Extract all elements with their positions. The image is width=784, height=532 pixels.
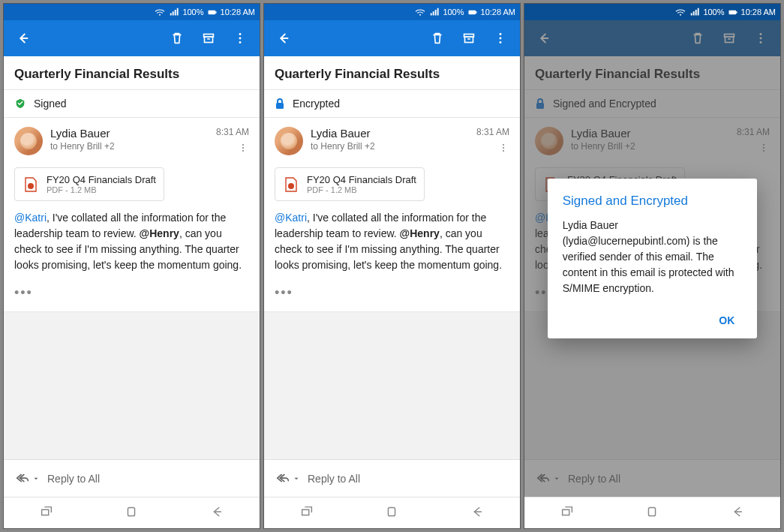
nav-recent-button[interactable] [39, 504, 54, 522]
battery-icon [728, 8, 738, 17]
reply-label: Reply to All [568, 473, 620, 485]
dialog-ok-button[interactable]: OK [711, 310, 742, 331]
wifi-icon [674, 8, 686, 17]
archive-button[interactable] [455, 25, 482, 52]
message-time: 8:31 AM [476, 127, 509, 137]
mention[interactable]: @Henry [140, 227, 179, 239]
message-header: Lydia Bauer to Henry Brill +2 8:31 AM [524, 118, 780, 163]
mention[interactable]: @Henry [400, 227, 440, 239]
trash-icon [169, 30, 185, 47]
wifi-icon [154, 8, 166, 17]
overflow-button[interactable] [487, 25, 514, 52]
screen-signed: 100% 10:28 AM Quarterly Financial Result… [3, 3, 260, 529]
smime-dialog: Signed and Encrypted Lydia Bauer (lydia@… [548, 179, 758, 338]
delete-button[interactable] [684, 25, 711, 52]
battery-pct: 100% [703, 8, 724, 17]
security-label: Signed [34, 98, 67, 110]
archive-button[interactable] [195, 25, 222, 52]
security-status[interactable]: Signed [4, 90, 260, 118]
mention[interactable]: @Katri [275, 212, 307, 224]
android-nav-bar [524, 497, 780, 528]
message-time: 8:31 AM [216, 127, 249, 137]
reply-bar[interactable]: Reply to All [264, 459, 520, 497]
chevron-down-icon [293, 475, 300, 482]
recipients[interactable]: to Henry Brill +2 [571, 141, 729, 152]
expand-quoted-button[interactable]: ••• [4, 282, 260, 312]
attachment-meta: PDF - 1.2 MB [47, 185, 156, 194]
expand-quoted-button[interactable]: ••• [264, 282, 520, 312]
delete-button[interactable] [424, 25, 451, 52]
nav-recent-button[interactable] [560, 504, 575, 522]
nav-home-button[interactable] [384, 504, 399, 522]
security-status[interactable]: Signed and Encrypted [524, 90, 780, 118]
message-more-button[interactable] [476, 142, 509, 157]
subject: Quarterly Financial Results [4, 56, 260, 90]
chevron-down-icon [32, 475, 40, 482]
nav-back-button[interactable] [209, 504, 224, 522]
recipients[interactable]: to Henry Brill +2 [311, 141, 469, 152]
nav-home-button[interactable] [124, 504, 139, 522]
empty-area [4, 312, 260, 459]
security-label: Signed and Encrypted [553, 98, 656, 110]
security-status[interactable]: Encrypted [264, 90, 520, 118]
reply-bar[interactable]: Reply to All [524, 459, 780, 497]
reply-all-icon[interactable] [14, 470, 40, 487]
back-button[interactable] [530, 25, 557, 52]
nav-home-button[interactable] [644, 504, 659, 522]
screen-encrypted: 100% 10:28 AM Quarterly Financial Result… [263, 3, 521, 529]
battery-icon [467, 8, 478, 17]
attachment-chip[interactable]: FY20 Q4 Financials Draft PDF - 1.2 MB [14, 167, 164, 201]
attachment-name: FY20 Q4 Financials Draft [47, 174, 156, 185]
signal-icon [169, 8, 179, 17]
message-more-button[interactable] [737, 142, 770, 157]
avatar[interactable] [275, 127, 303, 155]
lock-icon [275, 98, 285, 110]
mention[interactable]: @Katri [14, 212, 47, 224]
empty-area [264, 312, 520, 459]
nav-back-button[interactable] [470, 504, 485, 522]
reply-label: Reply to All [308, 473, 360, 485]
message-header: Lydia Bauer to Henry Brill +2 8:31 AM [264, 118, 520, 163]
reply-bar[interactable]: Reply to All [4, 459, 260, 497]
status-bar: 100% 10:28 AM [524, 4, 780, 20]
battery-pct: 100% [182, 8, 203, 17]
screen-signed-encrypted-dialog: 100% 10:28 AM Quarterly Financial Result… [524, 3, 781, 529]
sender-name: Lydia Bauer [311, 127, 469, 140]
overflow-button[interactable] [747, 25, 774, 52]
recipients[interactable]: to Henry Brill +2 [50, 141, 209, 152]
message-more-button[interactable] [216, 142, 249, 157]
action-bar [524, 20, 780, 56]
signal-icon [689, 8, 700, 17]
message-header: Lydia Bauer to Henry Brill +2 8:31 AM [4, 118, 260, 163]
attachment-name: FY20 Q4 Financials Draft [307, 174, 416, 185]
reply-label: Reply to All [47, 473, 100, 485]
subject: Quarterly Financial Results [524, 56, 780, 90]
battery-icon [207, 8, 218, 17]
signed-badge-icon [14, 98, 26, 110]
attachment-meta: PDF - 1.2 MB [307, 185, 416, 194]
nav-back-button[interactable] [730, 504, 745, 522]
back-button[interactable] [270, 25, 297, 52]
overflow-button[interactable] [227, 25, 254, 52]
avatar[interactable] [14, 127, 43, 155]
back-button[interactable] [10, 25, 37, 52]
nav-recent-button[interactable] [299, 504, 314, 522]
archive-icon [200, 30, 217, 47]
security-label: Encrypted [293, 98, 340, 110]
status-time: 10:28 AM [741, 8, 776, 17]
message-body: @Katri, I've collated all the informatio… [4, 210, 260, 282]
dialog-body: Lydia Bauer (lydia@lucernepubintl.com) i… [563, 218, 743, 296]
attachment-file-icon [23, 175, 39, 194]
more-icon [752, 30, 769, 47]
avatar[interactable] [535, 127, 563, 155]
reply-all-icon[interactable] [275, 470, 300, 487]
archive-button[interactable] [716, 25, 743, 52]
reply-all-icon[interactable] [535, 470, 560, 487]
dialog-title: Signed and Encrypted [563, 194, 743, 209]
delete-button[interactable] [164, 25, 191, 52]
battery-pct: 100% [443, 8, 464, 17]
attachment-chip[interactable]: FY20 Q4 Financials Draft PDF - 1.2 MB [275, 167, 425, 201]
trash-icon [429, 30, 446, 47]
lock-icon [535, 98, 545, 110]
archive-icon [721, 30, 737, 47]
